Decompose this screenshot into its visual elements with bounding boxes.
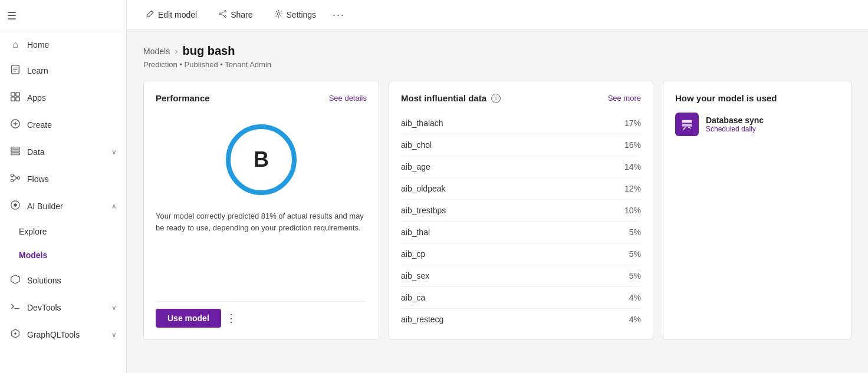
data-field-name: aib_age [401,162,430,171]
see-more-link[interactable]: See more [608,94,641,103]
performance-circle: B [226,124,297,195]
svg-rect-7 [16,97,19,101]
performance-card-footer: Use model ⋮ [156,301,367,328]
svg-point-22 [14,332,17,335]
sidebar-item-data[interactable]: Data ∨ [0,138,126,166]
sidebar-item-explore[interactable]: Explore [0,220,126,243]
svg-rect-5 [16,93,19,96]
influential-data-list: aib_thalach 17% aib_chol 16% aib_age 14%… [401,113,641,330]
svg-point-15 [17,177,20,180]
svg-point-25 [225,16,226,18]
sidebar-item-graphqltools[interactable]: GraphQLTools ∨ [0,321,126,348]
page-content: Models › bug bash Prediction • Published… [127,30,868,373]
edit-model-button[interactable]: Edit model [141,7,202,22]
sidebar-item-label: Learn [27,66,48,75]
data-field-pct: 16% [624,140,641,150]
influential-title: Most influential data [401,93,486,103]
data-row: aib_ca 4% [401,287,641,309]
data-field-pct: 10% [624,206,641,215]
svg-rect-13 [11,153,19,155]
svg-line-27 [221,14,225,16]
performance-more-button[interactable]: ⋮ [226,312,237,325]
main-content: Edit model Share Settings [127,0,868,373]
data-row: aib_age 14% [401,156,641,178]
breadcrumb-current: bug bash [182,44,235,58]
breadcrumb-separator: › [175,46,177,57]
sidebar-top: ☰ [0,0,126,32]
sidebar-item-home[interactable]: ⌂ Home [0,32,126,57]
sidebar-item-models[interactable]: Models [0,243,126,267]
sidebar-item-solutions[interactable]: Solutions [0,267,126,294]
svg-rect-30 [682,124,692,127]
data-field-name: aib_ca [401,293,425,302]
see-details-link[interactable]: See details [329,94,367,103]
data-field-pct: 5% [629,249,641,259]
sidebar-item-label: Home [27,40,49,49]
learn-icon [9,64,21,77]
toolbar: Edit model Share Settings [127,0,868,30]
sidebar-item-label: AI Builder [27,202,63,211]
share-button[interactable]: Share [213,7,257,22]
graphqltools-icon [9,328,21,341]
sidebar-item-learn[interactable]: Learn [0,57,126,84]
svg-point-28 [277,12,280,15]
usage-item-name: Database sync [706,115,764,125]
edit-icon [146,9,154,20]
sidebar-item-devtools[interactable]: DevTools ∨ [0,294,126,321]
sidebar-item-flows[interactable]: Flows [0,166,126,193]
data-field-pct: 17% [624,118,641,128]
data-icon [9,146,21,159]
data-field-name: aib_trestbps [401,206,446,215]
usage-card-header: How your model is used [675,93,839,103]
devtools-icon [9,301,21,314]
data-field-name: aib_thalach [401,118,443,128]
svg-rect-11 [11,147,19,149]
data-field-pct: 14% [624,162,641,171]
sidebar-nav: ⌂ Home Learn [0,32,126,348]
svg-point-23 [225,11,226,12]
performance-circle-container: B [156,113,367,201]
breadcrumb: Models › bug bash [143,44,851,58]
influential-card: Most influential data i See more aib_tha… [389,81,653,340]
svg-point-18 [14,203,17,206]
chevron-down-icon: ∨ [111,331,117,339]
settings-button[interactable]: Settings [269,7,321,22]
performance-grade: B [254,147,269,172]
database-sync-icon [675,113,699,136]
svg-rect-12 [11,150,19,152]
svg-rect-4 [11,93,15,96]
sidebar-item-create[interactable]: Create [0,111,126,138]
chevron-down-icon: ∨ [111,148,117,156]
data-field-name: aib_sex [401,271,429,280]
info-icon[interactable]: i [491,94,501,103]
data-field-name: aib_restecg [401,315,443,324]
performance-title: Performance [156,93,210,103]
usage-title: How your model is used [675,93,777,103]
data-row: aib_cp 5% [401,243,641,265]
breadcrumb-parent[interactable]: Models [143,47,170,56]
data-field-name: aib_chol [401,140,432,150]
data-field-pct: 5% [629,227,641,237]
cards-row: Performance See details B Your model cor… [143,81,851,340]
influential-card-header: Most influential data i See more [401,93,641,103]
sidebar-item-apps[interactable]: Apps [0,84,126,111]
settings-icon [274,9,283,20]
solutions-icon [9,274,21,287]
sidebar-item-label: Create [27,120,52,130]
performance-card: Performance See details B Your model cor… [143,81,379,340]
home-icon: ⌂ [9,39,21,50]
performance-card-header: Performance See details [156,93,367,103]
chevron-down-icon: ∨ [111,303,117,312]
performance-description: Your model correctly predicted 81% of ac… [156,201,367,301]
svg-rect-6 [11,97,15,101]
data-row: aib_thal 5% [401,222,641,243]
svg-marker-19 [11,275,19,283]
use-model-button[interactable]: Use model [156,309,221,328]
sidebar-item-label: Apps [27,93,46,103]
sidebar-item-label: Models [19,250,47,260]
svg-point-24 [219,13,221,15]
more-options-button[interactable]: ··· [333,9,345,21]
sidebar-item-label: Explore [19,227,47,236]
sidebar-item-ai-builder[interactable]: AI Builder ∧ [0,193,126,220]
hamburger-icon[interactable]: ☰ [7,10,17,22]
